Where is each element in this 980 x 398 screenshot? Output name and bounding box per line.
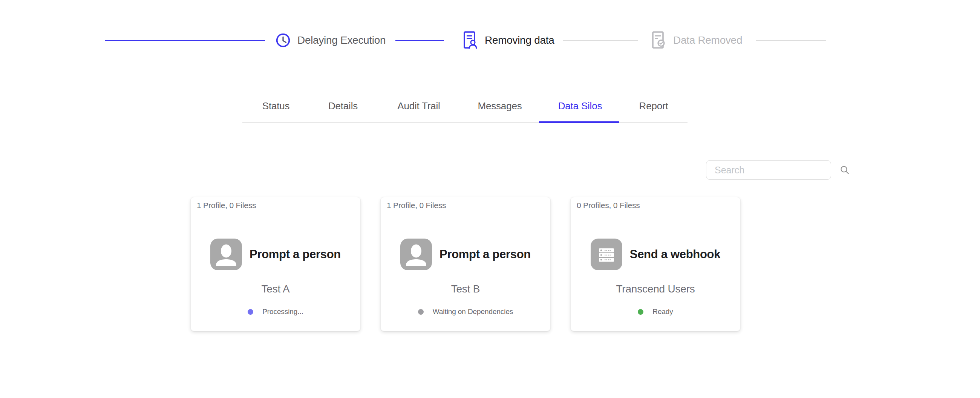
- step-label: Delaying Execution: [298, 34, 386, 46]
- data-silo-card-test-b[interactable]: 1 Profile, 0 Filess Prompt a person Test…: [380, 197, 551, 331]
- document-check-icon: [651, 30, 667, 50]
- card-status: Processing...: [191, 307, 360, 316]
- status-dot: [418, 309, 424, 315]
- search-input[interactable]: [706, 165, 840, 176]
- status-dot: [248, 309, 253, 315]
- card-meta: 1 Profile, 0 Filess: [197, 201, 256, 210]
- card-title: Send a webhook: [630, 248, 720, 261]
- status-dot: [638, 309, 643, 315]
- clock-icon: [275, 33, 291, 48]
- data-silo-card-transcend-users[interactable]: 0 Profiles, 0 Filess Send a webhook Tran…: [570, 197, 741, 331]
- status-label: Waiting on Dependencies: [433, 307, 513, 316]
- card-name: Test B: [381, 283, 550, 295]
- stepper-line-pending-2: [756, 40, 826, 41]
- step-label: Removing data: [485, 34, 554, 46]
- card-meta: 0 Profiles, 0 Filess: [577, 201, 640, 210]
- card-title: Prompt a person: [250, 248, 341, 261]
- step-delaying-execution: Delaying Execution: [275, 31, 386, 49]
- document-person-icon: [463, 30, 478, 50]
- tab-bar-divider: [242, 122, 687, 123]
- tab-data-silos[interactable]: Data Silos: [558, 100, 602, 112]
- step-label: Data Removed: [673, 34, 742, 46]
- stepper-line-pending: [563, 40, 638, 41]
- card-main: Prompt a person: [191, 239, 360, 270]
- active-tab-indicator: [539, 121, 619, 123]
- card-status: Waiting on Dependencies: [381, 307, 550, 316]
- card-main: Prompt a person: [381, 239, 550, 270]
- card-title: Prompt a person: [439, 248, 531, 261]
- card-name: Test A: [191, 283, 360, 295]
- stepper-line-completed-2: [395, 40, 444, 41]
- card-name: Transcend Users: [571, 283, 740, 295]
- page: Delaying Execution Removing data Dat: [0, 0, 980, 398]
- person-icon: [400, 239, 432, 270]
- search-box: [706, 160, 831, 180]
- step-data-removed: Data Removed: [651, 31, 742, 49]
- card-status: Ready: [571, 307, 740, 316]
- step-removing-data: Removing data: [463, 31, 554, 49]
- person-icon: [210, 239, 242, 270]
- stepper-line-completed: [105, 40, 265, 41]
- status-label: Processing...: [262, 307, 304, 316]
- tab-status[interactable]: Status: [262, 100, 290, 112]
- card-main: Send a webhook: [571, 239, 740, 270]
- server-icon: [591, 239, 622, 270]
- tab-report[interactable]: Report: [639, 100, 668, 112]
- card-meta: 1 Profile, 0 Filess: [387, 201, 446, 210]
- tab-audit-trail[interactable]: Audit Trail: [397, 100, 440, 112]
- status-label: Ready: [652, 307, 673, 316]
- tab-details[interactable]: Details: [328, 100, 358, 112]
- search-icon[interactable]: [840, 165, 850, 175]
- data-silo-card-test-a[interactable]: 1 Profile, 0 Filess Prompt a person Test…: [190, 197, 361, 331]
- tab-messages[interactable]: Messages: [478, 100, 522, 112]
